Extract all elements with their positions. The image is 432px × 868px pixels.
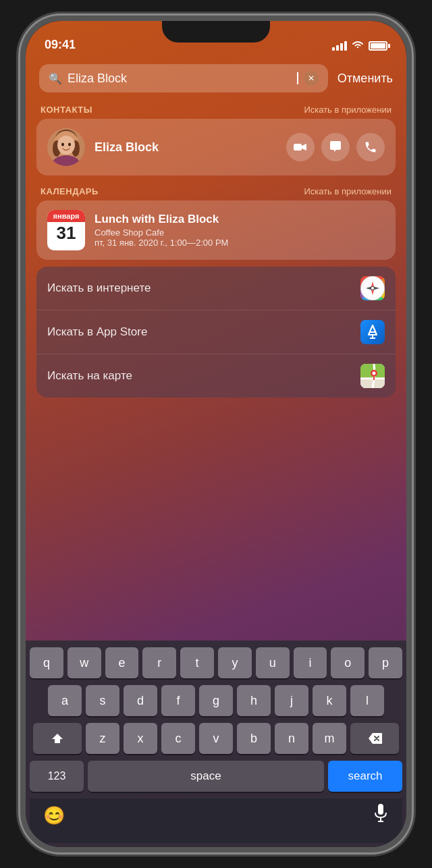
svg-point-7	[61, 143, 64, 146]
notch	[162, 21, 270, 43]
message-button[interactable]	[321, 133, 350, 161]
clear-button[interactable]: ✕	[304, 71, 319, 86]
signal-bar-3	[340, 43, 343, 51]
search-bar-row: 🔍 Eliza Block ✕ Отменить	[26, 57, 406, 99]
svg-rect-10	[294, 144, 302, 151]
key-o[interactable]: o	[331, 647, 364, 678]
search-input-text[interactable]: Eliza Block	[68, 72, 292, 86]
appstore-icon	[360, 320, 385, 344]
svg-point-8	[68, 143, 71, 146]
signal-bar-2	[336, 45, 339, 51]
key-z[interactable]: z	[86, 723, 119, 754]
key-y[interactable]: y	[218, 647, 252, 678]
key-x[interactable]: x	[124, 723, 157, 754]
key-h[interactable]: h	[237, 685, 271, 716]
emoji-button[interactable]: 😊	[43, 805, 65, 826]
battery-icon	[369, 41, 387, 51]
search-appstore-option[interactable]: Искать в App Store	[36, 310, 396, 354]
search-maps-text: Искать на карте	[47, 369, 132, 383]
key-n[interactable]: n	[275, 723, 308, 754]
cancel-button[interactable]: Отменить	[338, 72, 393, 86]
cal-time: пт, 31 янв. 2020 г., 1:00—2:00 PM	[94, 238, 385, 248]
signal-bars	[332, 41, 347, 51]
status-icons	[332, 40, 387, 52]
keyboard-row-1: q w e r t y u i o p	[30, 647, 402, 678]
svg-point-6	[57, 136, 75, 155]
search-web-option[interactable]: Искать в интернете	[36, 267, 396, 310]
calendar-event-info: Lunch with Eliza Block Coffee Shop Cafe …	[94, 213, 385, 248]
svg-rect-31	[378, 804, 383, 815]
key-k[interactable]: k	[313, 685, 346, 716]
contacts-section-header: КОНТАКТЫ Искать в приложении	[26, 99, 406, 119]
key-w[interactable]: w	[68, 647, 101, 678]
key-m[interactable]: m	[313, 723, 346, 754]
key-r[interactable]: r	[142, 647, 176, 678]
contacts-section-action[interactable]: Искать в приложении	[304, 105, 392, 115]
phone-button[interactable]	[356, 133, 385, 161]
contacts-section-title: КОНТАКТЫ	[40, 105, 92, 115]
space-key[interactable]: space	[88, 761, 324, 792]
keyboard-row-4: 123 space search	[30, 761, 402, 792]
battery-fill	[371, 43, 385, 49]
wifi-icon	[351, 40, 364, 52]
search-options: Искать в интернете	[36, 267, 396, 398]
contact-card[interactable]: Eliza Block	[36, 119, 396, 175]
video-call-button[interactable]	[286, 133, 315, 161]
cal-day: 31	[47, 222, 85, 245]
bottom-bar: 😊	[30, 798, 402, 843]
key-g[interactable]: g	[199, 685, 233, 716]
numbers-key[interactable]: 123	[30, 761, 84, 792]
key-v[interactable]: v	[199, 723, 233, 754]
search-appstore-text: Искать в App Store	[47, 325, 147, 339]
key-a[interactable]: a	[48, 685, 82, 716]
contact-actions	[286, 133, 385, 161]
key-t[interactable]: t	[180, 647, 214, 678]
signal-bar-1	[332, 47, 335, 51]
search-key[interactable]: search	[328, 761, 402, 792]
keyboard-row-3: z x c v b n m	[30, 723, 402, 754]
key-c[interactable]: c	[161, 723, 195, 754]
key-p[interactable]: p	[369, 647, 402, 678]
search-maps-option[interactable]: Искать на карте	[36, 354, 396, 398]
calendar-section-header: КАЛЕНДАРЬ Искать в приложении	[26, 181, 406, 200]
phone-frame: 09:41	[20, 16, 412, 852]
microphone-button[interactable]	[373, 804, 389, 827]
key-b[interactable]: b	[237, 723, 271, 754]
search-web-text: Искать в интернете	[47, 281, 151, 295]
key-q[interactable]: q	[30, 647, 63, 678]
calendar-icon: января 31	[47, 210, 85, 250]
search-icon: 🔍	[49, 72, 62, 85]
delete-key[interactable]	[350, 723, 399, 754]
key-d[interactable]: d	[124, 685, 157, 716]
shift-key[interactable]	[33, 723, 82, 754]
key-u[interactable]: u	[256, 647, 290, 678]
cal-month: января	[47, 210, 85, 222]
cursor	[297, 72, 298, 84]
contact-name: Eliza Block	[94, 140, 277, 155]
phone-screen: 09:41	[26, 21, 406, 847]
keyboard-area: q w e r t y u i o p a s d f g	[26, 641, 406, 847]
calendar-section-title: КАЛЕНДАРЬ	[40, 186, 99, 196]
content-area: 🔍 Eliza Block ✕ Отменить КОНТАКТЫ Искать…	[26, 57, 406, 847]
status-time: 09:41	[45, 38, 76, 52]
keyboard-row-2: a s d f g h j k l	[30, 685, 402, 716]
key-s[interactable]: s	[86, 685, 119, 716]
calendar-section-action[interactable]: Искать в приложении	[304, 186, 392, 196]
safari-icon	[360, 276, 385, 300]
search-input-container[interactable]: 🔍 Eliza Block ✕	[39, 64, 328, 92]
maps-icon	[360, 364, 385, 388]
svg-point-30	[373, 372, 376, 375]
cal-title: Lunch with Eliza Block	[94, 213, 385, 226]
avatar	[47, 128, 85, 166]
cal-location: Coffee Shop Cafe	[94, 227, 385, 238]
key-l[interactable]: l	[350, 685, 384, 716]
key-j[interactable]: j	[275, 685, 308, 716]
key-f[interactable]: f	[161, 685, 195, 716]
key-e[interactable]: e	[105, 647, 139, 678]
signal-bar-4	[344, 41, 347, 51]
svg-point-18	[371, 287, 374, 290]
calendar-card[interactable]: января 31 Lunch with Eliza Block Coffee …	[36, 200, 396, 260]
key-i[interactable]: i	[294, 647, 327, 678]
